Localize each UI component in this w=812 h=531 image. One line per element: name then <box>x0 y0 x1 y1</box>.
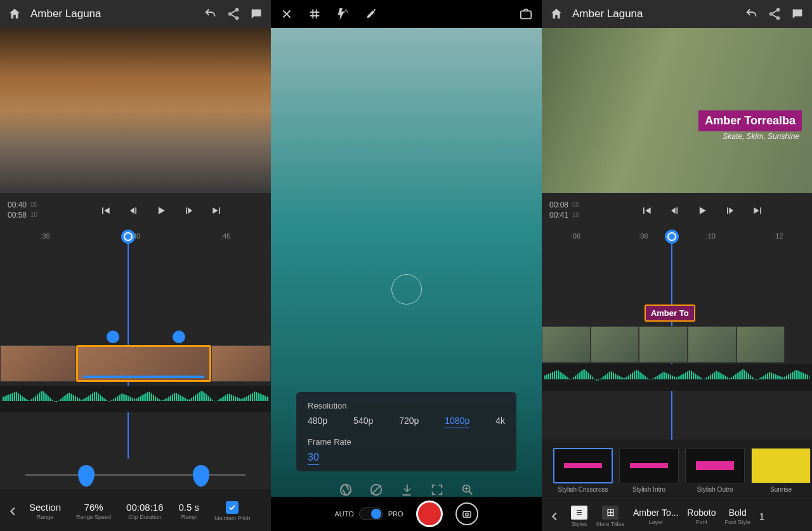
home-icon[interactable] <box>8 7 22 21</box>
title-overlay-name[interactable]: Amber Torrealba <box>698 110 802 131</box>
project-title: Amber Laguna <box>572 8 736 20</box>
font-size-value[interactable]: 1 <box>759 511 764 521</box>
grid-icon[interactable] <box>308 7 322 21</box>
flash-auto-icon[interactable]: A <box>336 7 350 21</box>
style-card-outro[interactable]: Stylish Outro <box>685 448 745 493</box>
timecode-readout: 00:0805 00:4110 <box>549 200 600 220</box>
resolution-label: Resolution <box>308 401 505 410</box>
checkbox-checked-icon[interactable] <box>226 501 239 514</box>
step-fwd-icon[interactable] <box>724 204 737 217</box>
more-titles-button[interactable]: ⊞More Titles <box>596 506 624 527</box>
aperture-icon[interactable] <box>339 483 353 497</box>
clip[interactable] <box>639 326 688 363</box>
range-speed-value[interactable]: 76%Range Speed <box>70 502 117 520</box>
maintain-pitch-toggle[interactable]: Maintain Pitch <box>208 501 257 521</box>
transport-bar: 00:4005 00:5810 <box>0 193 271 228</box>
res-720p[interactable]: 720p <box>399 416 419 428</box>
eyedropper-icon[interactable] <box>363 7 377 21</box>
auto-pro-switch[interactable]: AUTO PRO <box>334 508 403 520</box>
range-thumb-out[interactable] <box>193 465 209 487</box>
res-540p[interactable]: 540p <box>353 416 373 428</box>
font-weight-selector[interactable]: BoldFont Style <box>725 508 751 525</box>
framerate-value[interactable]: 30 <box>308 452 319 465</box>
speed-controls-strip: SectionRange 76%Range Speed 00:08:16Clip… <box>0 490 271 531</box>
comment-icon[interactable] <box>249 7 263 21</box>
speed-marker-out-icon[interactable] <box>173 331 185 343</box>
photo-shutter-button[interactable] <box>455 502 478 525</box>
skip-end-icon[interactable] <box>752 204 764 217</box>
play-icon[interactable] <box>696 204 709 217</box>
resolution-options: 480p 540p 720p 1080p 4k <box>308 416 505 428</box>
undo-icon[interactable] <box>745 7 759 21</box>
share-icon[interactable] <box>768 7 782 21</box>
record-button[interactable] <box>416 501 443 527</box>
share-icon[interactable] <box>226 7 240 21</box>
camera-bottom-bar: AUTO PRO <box>271 497 542 531</box>
svg-point-1 <box>229 13 232 15</box>
style-card-crisscross[interactable]: Stylish Crisscross <box>553 448 613 493</box>
back-icon[interactable] <box>547 509 562 523</box>
back-icon[interactable] <box>5 504 20 518</box>
skip-start-icon[interactable] <box>640 204 653 217</box>
audio-waveform[interactable] <box>0 386 271 412</box>
comment-icon[interactable] <box>790 7 804 21</box>
svg-point-2 <box>236 17 239 20</box>
camera-topbar: A <box>271 0 542 28</box>
style-card-intro[interactable]: Stylish Intro <box>619 448 679 493</box>
undo-icon[interactable] <box>204 7 218 21</box>
res-480p[interactable]: 480p <box>308 416 327 428</box>
clip[interactable] <box>542 326 591 363</box>
skip-start-icon[interactable] <box>99 204 112 217</box>
video-preview[interactable] <box>0 28 271 193</box>
clip[interactable] <box>591 326 639 363</box>
play-icon[interactable] <box>155 204 167 217</box>
editor-speed-panel: Amber Laguna 00:4005 00:5810 :35 :40 :45 <box>0 0 271 531</box>
step-back-icon[interactable] <box>668 204 681 217</box>
styles-button[interactable]: ≡Styles <box>571 506 587 527</box>
res-4k[interactable]: 4k <box>495 416 505 428</box>
zoom-icon[interactable] <box>461 483 475 497</box>
timeline[interactable]: Amber To <box>542 244 812 440</box>
playhead-pin-icon[interactable] <box>121 230 135 244</box>
svg-point-0 <box>236 9 239 11</box>
exposure-icon[interactable] <box>369 483 383 497</box>
font-selector[interactable]: RobotoFont <box>687 508 716 525</box>
toggle-pill[interactable] <box>359 508 383 520</box>
camera-tools-row <box>271 483 542 497</box>
home-icon[interactable] <box>549 7 563 21</box>
tc-current: 00:40 <box>8 200 27 211</box>
speed-marker-in-icon[interactable] <box>107 331 119 343</box>
clip-selected[interactable] <box>76 345 212 382</box>
speed-range-slider[interactable] <box>25 459 246 490</box>
clip[interactable] <box>737 326 785 363</box>
section-toggle[interactable]: SectionRange <box>23 502 67 520</box>
import-icon[interactable] <box>400 483 414 497</box>
layer-selector[interactable]: Amber To...Layer <box>633 508 678 525</box>
range-thumb-in[interactable] <box>78 465 95 487</box>
clip[interactable] <box>211 345 271 382</box>
timeline-ruler[interactable]: :35 :40 :45 <box>0 228 271 244</box>
timeline[interactable] <box>0 244 271 459</box>
svg-point-10 <box>777 9 780 11</box>
video-preview[interactable]: Amber Torrealba Skate, Skim, Sunshine <box>542 28 812 193</box>
step-fwd-icon[interactable] <box>183 204 195 217</box>
clip-duration-value[interactable]: 00:08:16Clip Duration <box>120 502 169 520</box>
step-back-icon[interactable] <box>127 204 140 217</box>
audio-waveform[interactable] <box>542 364 812 391</box>
style-card-sunrise[interactable]: Sunrise <box>751 448 811 493</box>
project-title: Amber Laguna <box>30 8 195 20</box>
res-1080p[interactable]: 1080p <box>445 416 469 428</box>
clip[interactable] <box>0 345 76 382</box>
close-icon[interactable] <box>280 7 294 21</box>
camera-settings-panel: Resolution 480p 540p 720p 1080p 4k Frame… <box>296 392 516 471</box>
video-track[interactable] <box>542 326 812 362</box>
clip[interactable] <box>688 326 737 363</box>
skip-end-icon[interactable] <box>211 204 223 217</box>
svg-rect-4 <box>521 11 532 18</box>
ramp-value[interactable]: 0.5 sRamp <box>172 502 206 520</box>
title-clip[interactable]: Amber To <box>645 305 695 322</box>
camera-viewfinder[interactable]: Resolution 480p 540p 720p 1080p 4k Frame… <box>271 28 542 531</box>
video-track[interactable] <box>0 345 271 384</box>
fullscreen-icon[interactable] <box>430 483 444 497</box>
switch-camera-icon[interactable] <box>519 7 533 21</box>
